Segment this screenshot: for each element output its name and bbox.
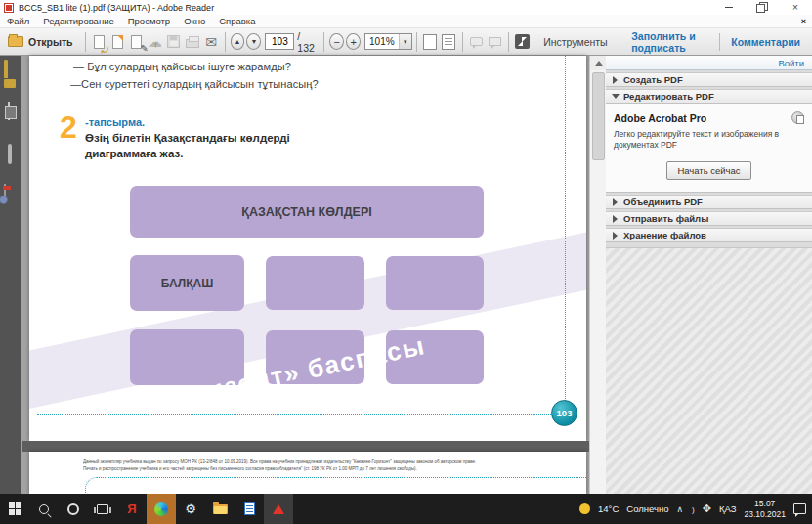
settings-button[interactable]: ⚙ [176, 494, 205, 524]
scroll-up-arrow[interactable] [590, 56, 607, 70]
fill-sign-button[interactable]: Заполнить и подписать [620, 30, 718, 54]
acrobat-pro-title: Adobe Acrobat Pro [614, 112, 804, 124]
previous-page-button[interactable]: ▲ [231, 33, 245, 50]
create-pdf-button[interactable] [109, 32, 126, 52]
start-now-button[interactable]: Начать сейчас [666, 161, 750, 180]
next-page-button[interactable]: ▼ [246, 33, 261, 50]
sign-in-link[interactable]: Войти [778, 58, 804, 68]
weather-temperature[interactable]: 14°C [598, 503, 619, 514]
zoom-level-value: 101% [365, 36, 399, 47]
start-button[interactable] [0, 494, 29, 524]
security-lock-icon[interactable] [4, 62, 16, 88]
weather-sun-icon[interactable] [579, 503, 590, 514]
acrobat-pro-description: Легко редактируйте текст и изображения в… [614, 129, 799, 152]
date-value: 23.10.2021 [744, 509, 786, 520]
gear-icon: ⚙ [185, 502, 196, 516]
diagram-cell-balkhash: БАЛҚАШ [130, 255, 244, 311]
menu-help[interactable]: Справка [212, 15, 262, 28]
scrollbar-thumb[interactable] [592, 72, 605, 160]
highlight-button[interactable] [487, 32, 503, 52]
section-send-files[interactable]: Отправить файлы [606, 211, 812, 226]
volume-button[interactable] [691, 503, 695, 514]
search-icon [39, 504, 49, 514]
minimize-button[interactable] [712, 1, 746, 15]
document-viewport[interactable]: — Бұл сулардың қайсысы ішуге жарамды? —С… [22, 56, 589, 494]
menu-file[interactable]: Файл [0, 15, 36, 28]
toolbar-separator [323, 32, 324, 52]
chevron-down-icon[interactable]: ▼ [399, 34, 411, 49]
adobe-reader-icon [4, 3, 14, 13]
sign-button[interactable]: ✎ [128, 32, 145, 52]
edge-browser-button[interactable] [147, 494, 176, 524]
language-indicator[interactable]: ҚАЗ [719, 503, 737, 514]
copyright-line-2: Печать и распространение учебника и его … [83, 466, 558, 473]
document-scrollbar[interactable] [589, 56, 606, 494]
tools-panel: Войти Создать PDF Редактировать PDF Adob… [606, 56, 812, 494]
zoom-out-button[interactable]: − [329, 33, 344, 50]
fullscreen-button[interactable] [514, 32, 531, 52]
taskbar-search-button[interactable] [29, 494, 59, 524]
menu-view[interactable]: Просмотр [121, 15, 177, 28]
section-edit-pdf-label: Редактировать PDF [623, 91, 714, 102]
section-store-files-label: Хранение файлов [623, 230, 706, 240]
taskbar: Я ⚙ 14°C Солнечно ∧ ✥ ҚАЗ 15:07 23.10.20… [0, 494, 812, 524]
cortana-button[interactable] [59, 494, 88, 524]
copyright-line-1: Данный экземпляр учебника выдан по запро… [83, 459, 558, 466]
close-document-icon[interactable]: × [801, 17, 806, 26]
single-page-view-button[interactable] [422, 32, 439, 52]
section-store-files[interactable]: Хранение файлов [606, 228, 812, 242]
sign-in-strip: Войти [606, 56, 812, 70]
adobe-reader-taskbar-button[interactable] [264, 494, 293, 524]
attachments-paperclip-icon[interactable] [4, 146, 12, 163]
question-line-1: — Бұл сулардың қайсысы ішуге жарамды? [73, 61, 291, 72]
navigation-rail [0, 56, 21, 494]
open-button[interactable]: Открыть [0, 36, 81, 48]
section-edit-pdf[interactable]: Редактировать PDF [606, 89, 812, 104]
document-app-button[interactable] [235, 494, 264, 524]
action-center-icon[interactable] [793, 503, 806, 514]
restore-button[interactable] [746, 1, 779, 15]
yandex-icon: Я [127, 502, 136, 516]
hidden-icons-chevron[interactable]: ∧ [676, 504, 683, 514]
print-button[interactable] [184, 32, 200, 52]
comment-bubble-button[interactable] [468, 32, 485, 52]
zoom-in-button[interactable]: + [346, 33, 361, 50]
diagram-cell-empty [266, 256, 364, 310]
upload-cloud-button[interactable]: ☁↑ [147, 32, 163, 52]
section-create-pdf-label: Создать PDF [623, 74, 683, 85]
section-create-pdf[interactable]: Создать PDF [606, 72, 812, 87]
network-icon[interactable]: ✥ [703, 502, 711, 515]
task-view-button[interactable] [88, 494, 117, 524]
toolbar: Открыть ⤾ ✎ ☁↑ ✉ ▲ ▼ / 132 − + 101% ▼ Ин… [0, 28, 812, 56]
weather-description[interactable]: Солнечно [626, 503, 668, 514]
tools-button[interactable]: Инструменты [532, 36, 619, 48]
chevron-right-icon [613, 198, 618, 206]
menu-edit[interactable]: Редактирование [36, 15, 120, 28]
yandex-browser-button[interactable]: Я [117, 494, 147, 524]
signatures-stamp-icon[interactable] [4, 185, 6, 202]
comments-panel-button[interactable]: Комментарии [719, 36, 812, 48]
chevron-right-icon [613, 76, 618, 84]
toolbar-separator [85, 32, 86, 52]
save-button[interactable] [165, 32, 182, 52]
menu-bar: Файл Редактирование Просмотр Окно Справк… [0, 15, 812, 28]
share-file-button[interactable]: ⤾ [90, 32, 107, 52]
zoom-level-select[interactable]: 101% ▼ [364, 33, 412, 50]
task-view-icon [97, 504, 108, 514]
toolbar-separator [225, 32, 226, 52]
menu-window[interactable]: Окно [177, 15, 212, 28]
file-explorer-button[interactable] [205, 494, 235, 524]
chevron-down-icon [612, 94, 620, 99]
section-combine-pdf[interactable]: Объединить PDF [606, 195, 812, 209]
page-total: / 132 [297, 30, 317, 54]
cortana-icon [67, 503, 79, 515]
clock[interactable]: 15:07 23.10.2021 [744, 499, 786, 519]
open-folder-icon [8, 36, 23, 47]
email-button[interactable]: ✉ [203, 32, 220, 52]
scrolling-view-button[interactable] [441, 32, 457, 52]
page-number-input[interactable] [265, 33, 294, 50]
close-button[interactable]: × [779, 1, 812, 15]
document-app-icon [244, 502, 255, 515]
page-thumbnails-icon[interactable] [4, 103, 10, 120]
pdf-next-page: Данный экземпляр учебника выдан по запро… [29, 452, 586, 494]
